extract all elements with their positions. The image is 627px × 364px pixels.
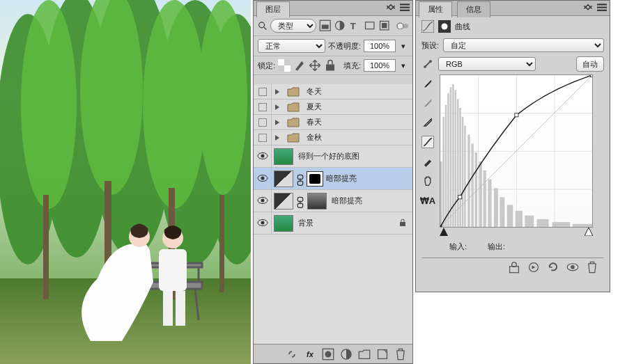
- link-icon[interactable]: [297, 174, 304, 184]
- curve-point-tool-icon[interactable]: [421, 136, 434, 148]
- add-mask-icon[interactable]: [322, 348, 334, 361]
- visibility-toggle[interactable]: [258, 103, 267, 111]
- svg-rect-90: [475, 152, 477, 227]
- visibility-toggle[interactable]: [257, 219, 268, 228]
- filter-adjustment-icon[interactable]: [334, 19, 346, 32]
- dropdown-icon[interactable]: ▾: [398, 41, 408, 51]
- layer-name[interactable]: 暗部提亮: [326, 173, 357, 184]
- layer-name[interactable]: 背景: [298, 218, 314, 228]
- panel-menu-icon[interactable]: [597, 3, 607, 13]
- svg-rect-83: [455, 90, 457, 227]
- link-icon[interactable]: [297, 196, 304, 206]
- collapse-icon[interactable]: [583, 3, 593, 13]
- layer-row[interactable]: 背景: [254, 212, 412, 235]
- svg-rect-92: [483, 171, 486, 227]
- document-canvas[interactable]: [0, 0, 251, 364]
- properties-tab[interactable]: 属性: [419, 1, 452, 17]
- svg-rect-11: [43, 195, 49, 299]
- filter-pixel-icon[interactable]: [319, 19, 331, 32]
- svg-point-45: [261, 154, 264, 157]
- new-adjustment-icon[interactable]: [340, 348, 353, 361]
- lock-transparent-icon[interactable]: [278, 59, 291, 72]
- opacity-input[interactable]: [364, 40, 396, 52]
- expand-icon[interactable]: [274, 119, 281, 126]
- channel-select[interactable]: RGB: [438, 57, 536, 71]
- curves-graph[interactable]: [440, 74, 593, 228]
- adjustment-title: 曲线: [455, 22, 470, 32]
- panel-menu-icon[interactable]: [400, 3, 410, 13]
- expand-icon[interactable]: [274, 134, 281, 141]
- svg-rect-23: [163, 291, 173, 326]
- delete-adjustment-icon[interactable]: [586, 261, 598, 274]
- visibility-toggle[interactable]: [258, 134, 267, 142]
- folder-icon: [287, 102, 300, 112]
- layer-thumbnail[interactable]: [274, 148, 293, 165]
- eyedropper-black-icon[interactable]: [421, 77, 434, 90]
- mask-thumbnail[interactable]: [307, 193, 327, 209]
- channel-icon[interactable]: [421, 58, 434, 70]
- layer-name[interactable]: 金秋: [307, 132, 322, 143]
- dropdown-icon[interactable]: ▾: [398, 61, 408, 70]
- clip-to-layer-icon[interactable]: [508, 261, 520, 274]
- svg-rect-27: [400, 7, 410, 8]
- auto-button[interactable]: 自动: [576, 56, 604, 72]
- visibility-toggle[interactable]: [258, 118, 267, 127]
- text-tool-icon[interactable]: ₩A: [421, 194, 434, 207]
- filter-smart-icon[interactable]: [378, 19, 390, 32]
- visibility-toggle[interactable]: [257, 174, 268, 184]
- filter-type-icon[interactable]: T: [348, 19, 360, 32]
- eyedropper-gray-icon[interactable]: [421, 97, 434, 109]
- new-group-icon[interactable]: [358, 348, 371, 361]
- visibility-toggle[interactable]: [257, 152, 268, 161]
- svg-rect-43: [326, 65, 334, 71]
- white-point-slider[interactable]: [585, 228, 593, 237]
- layer-name[interactable]: 春天: [307, 117, 322, 127]
- hand-tool-icon[interactable]: [421, 175, 434, 187]
- curve-pencil-tool-icon[interactable]: [421, 155, 434, 168]
- layer-row[interactable]: 得到一个好的底图: [254, 145, 412, 168]
- preset-select[interactable]: 自定: [443, 38, 604, 52]
- preset-label: 预设:: [421, 40, 439, 51]
- toggle-visibility-icon[interactable]: [566, 261, 579, 274]
- collapse-icon[interactable]: [386, 3, 396, 13]
- link-layers-icon[interactable]: [286, 348, 298, 361]
- lock-pixels-icon[interactable]: [293, 59, 306, 72]
- layer-thumbnail[interactable]: [274, 215, 293, 232]
- delete-layer-icon[interactable]: [394, 348, 407, 361]
- layer-row[interactable]: 暗部提亮: [254, 168, 412, 190]
- svg-rect-77: [440, 161, 442, 227]
- layer-group[interactable]: 金秋: [254, 130, 412, 145]
- reset-icon[interactable]: [547, 261, 559, 274]
- layer-name[interactable]: 夏天: [307, 102, 322, 112]
- fill-input[interactable]: [364, 59, 396, 72]
- layer-name[interactable]: 暗部提亮: [332, 196, 362, 206]
- layer-group[interactable]: 春天: [254, 115, 412, 130]
- layer-name[interactable]: 得到一个好的底图: [298, 151, 359, 161]
- lock-position-icon[interactable]: [309, 59, 321, 72]
- new-layer-icon[interactable]: [376, 348, 389, 361]
- layer-row[interactable]: 暗部提亮: [254, 190, 412, 212]
- expand-icon[interactable]: [274, 88, 281, 95]
- adjustment-thumbnail[interactable]: [274, 193, 293, 209]
- black-point-slider[interactable]: [440, 228, 448, 237]
- filter-toggle-switch[interactable]: [396, 19, 408, 32]
- mask-thumbnail[interactable]: [307, 171, 323, 187]
- expand-icon[interactable]: [274, 104, 281, 111]
- layers-tab[interactable]: 图层: [256, 1, 290, 17]
- info-tab[interactable]: 信息: [457, 1, 490, 17]
- layer-group[interactable]: 夏天: [254, 100, 412, 115]
- visibility-toggle[interactable]: [258, 88, 267, 96]
- svg-rect-107: [510, 267, 519, 273]
- blend-mode-select[interactable]: 正常: [258, 39, 325, 53]
- svg-rect-101: [573, 224, 592, 227]
- layer-group[interactable]: 冬天: [254, 84, 412, 100]
- fx-icon[interactable]: fx: [304, 348, 316, 361]
- previous-state-icon[interactable]: [527, 261, 540, 274]
- filter-type-select[interactable]: 类型: [270, 19, 316, 33]
- eyedropper-white-icon[interactable]: [421, 116, 434, 129]
- lock-all-icon[interactable]: [324, 59, 336, 72]
- visibility-toggle[interactable]: [257, 196, 268, 206]
- layer-name[interactable]: 冬天: [307, 86, 322, 97]
- filter-shape-icon[interactable]: [364, 19, 376, 32]
- adjustment-thumbnail[interactable]: [274, 171, 293, 187]
